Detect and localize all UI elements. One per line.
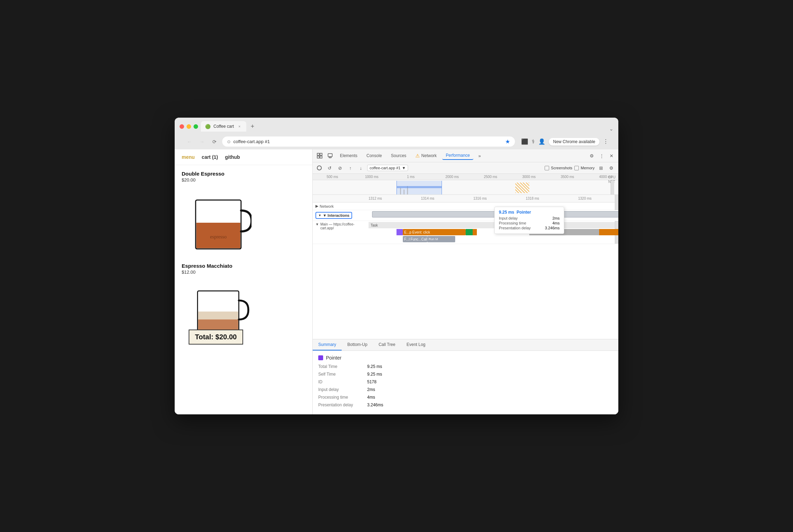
more-options-icon[interactable]: ⋮	[603, 138, 609, 145]
tab-menu-icon[interactable]: ⌄	[609, 126, 613, 132]
screenshots-checkbox-row: Screenshots	[545, 166, 572, 170]
summary-panel: Summary Bottom-Up Call Tree Event Log Po…	[313, 339, 618, 414]
svg-rect-7	[317, 153, 319, 155]
tab-sources[interactable]: Sources	[387, 152, 410, 160]
id-label: ID	[318, 379, 367, 384]
cup-svg-espresso: espresso	[182, 186, 252, 256]
lab-icon[interactable]: ⚕	[532, 138, 535, 145]
cup-container-macchiato: espresso Total: $20.00	[182, 278, 252, 348]
processing-val: 4ms	[552, 221, 560, 225]
active-tab[interactable]: 🟢 Coffee cart ×	[201, 121, 246, 132]
screenshots-label: Screenshots	[551, 166, 572, 170]
main-thread-label: ▼ Main — https://coffee-cart.app/	[313, 221, 369, 244]
profile-icon[interactable]: 👤	[538, 138, 545, 145]
tooltip-input-delay: Input delay 2ms	[499, 216, 560, 220]
interactions-expand-icon[interactable]: ▼	[318, 214, 321, 217]
interactions-label-box: ▼ ▼ Interactions	[315, 212, 352, 219]
element-picker-icon[interactable]	[315, 152, 324, 160]
new-tab-button[interactable]: +	[248, 121, 257, 132]
tab-console[interactable]: Console	[363, 152, 385, 160]
tab-summary[interactable]: Summary	[313, 339, 342, 350]
events-row: E...p Event: click	[369, 229, 615, 236]
tab-favicon: 🟢	[205, 124, 211, 129]
close-icon[interactable]: ×	[239, 125, 241, 128]
extension-icon[interactable]: ⬛	[521, 138, 528, 145]
download-button[interactable]: ↓	[357, 164, 365, 172]
yellow-right	[599, 229, 618, 235]
close-traffic-light[interactable]	[180, 124, 184, 129]
scrollbar[interactable]	[611, 181, 614, 195]
id-row: ID 5178	[318, 379, 613, 384]
minimize-traffic-light[interactable]	[187, 124, 191, 129]
summary-title-row: Pointer	[318, 355, 613, 361]
more-tabs-icon[interactable]: »	[475, 152, 484, 160]
tab-call-tree[interactable]: Call Tree	[373, 339, 401, 350]
presentation-label: Presentation delay	[499, 226, 531, 230]
tab-elements[interactable]: Elements	[336, 152, 361, 160]
clear-profile-button[interactable]: ⊘	[336, 164, 344, 172]
tooltip-subtitle: Pointer	[517, 210, 531, 215]
network-label: ▶ Network	[313, 204, 369, 208]
sum-input-delay-label: Input delay	[318, 387, 367, 392]
record-button[interactable]	[315, 164, 323, 172]
event-click-label: Event: click	[412, 230, 430, 234]
tab-event-log[interactable]: Event Log	[401, 339, 431, 350]
event-click-bar[interactable]: E...p Event: click	[403, 229, 466, 235]
coffee-item-espresso: Double Espresso $20.00 espresso	[182, 171, 305, 256]
input-delay-row: Input delay 2ms	[318, 387, 613, 392]
reload-profile-button[interactable]: ↺	[325, 164, 334, 172]
bookmark-icon[interactable]: ★	[505, 138, 510, 145]
target-selector[interactable]: coffee-cart.app #1 ▼	[367, 165, 408, 171]
total-time-row: Total Time 9.25 ms	[318, 364, 613, 369]
forward-button[interactable]: →	[197, 137, 207, 147]
nav-menu[interactable]: menu	[182, 154, 195, 160]
network-content	[369, 202, 615, 210]
total-time-val: 9.25 ms	[367, 364, 382, 369]
maximize-traffic-light[interactable]	[194, 124, 198, 129]
new-chrome-pill[interactable]: New Chrome available	[549, 138, 599, 146]
func-call-bar[interactable]: F...l Func...Call	[403, 236, 427, 242]
self-time-label: Self Time	[318, 372, 367, 377]
nav-github[interactable]: github	[225, 154, 240, 160]
nav-cart[interactable]: cart (1)	[202, 154, 218, 160]
run-main-bar[interactable]: Run M	[427, 236, 455, 242]
coffee-item-macchiato: Espresso Macchiato $12.00 espresso	[182, 263, 305, 348]
hardware-icon[interactable]: ⊞	[597, 164, 605, 172]
perf-settings-icon[interactable]: ⚙	[607, 164, 616, 172]
screenshots-checkbox[interactable]	[545, 166, 549, 170]
scrollbar-top[interactable]	[615, 195, 618, 202]
settings-icon[interactable]: ⚙	[588, 152, 596, 160]
scrollbar-network[interactable]	[615, 202, 618, 210]
interactions-label: ▼ ▼ Interactions	[313, 212, 369, 219]
memory-checkbox[interactable]	[574, 166, 579, 170]
reload-button[interactable]: ⟳	[210, 137, 219, 147]
cpu-spike-1	[400, 188, 401, 195]
device-mode-icon[interactable]	[326, 152, 334, 160]
title-bar-top: 🟢 Coffee cart × + ⌄	[180, 121, 613, 132]
tab-bottom-up[interactable]: Bottom-Up	[342, 339, 373, 350]
tooltip-processing: Processing time 4ms	[499, 221, 560, 225]
target-text: coffee-cart.app #1	[370, 166, 400, 170]
event-short-label: E...p	[404, 230, 412, 234]
back-button[interactable]: ←	[184, 137, 194, 147]
network-expand-icon[interactable]: ▶	[315, 204, 318, 208]
tab-performance[interactable]: Performance	[442, 152, 473, 160]
id-val: 5178	[367, 379, 377, 384]
tab-close-button[interactable]: ×	[237, 124, 242, 129]
zoom-ruler: 500 ms 1000 ms 1 ms 2000 ms 2500 ms 3000…	[313, 174, 618, 180]
security-icon: ⊙	[227, 139, 231, 144]
devtools-close-icon[interactable]: ✕	[607, 152, 616, 160]
upload-button[interactable]: ↑	[346, 164, 355, 172]
presentation-row: Presentation delay 3.246ms	[318, 402, 613, 407]
address-input[interactable]: ⊙ coffee-cart.app #1 ★	[222, 136, 515, 147]
svg-rect-8	[320, 153, 322, 155]
run-label: Run M	[429, 237, 438, 241]
coffee-name: Double Espresso	[182, 171, 305, 177]
devtools-more-icon[interactable]: ⋮	[597, 152, 606, 160]
zoom-ruler-detail: 1312 ms 1314 ms 1316 ms 1318 ms 1320 ms	[313, 195, 618, 202]
tab-title: Coffee cart	[213, 124, 234, 129]
tab-network[interactable]: ⚠ Network	[412, 152, 440, 160]
main-expand-icon[interactable]: ▼	[315, 222, 319, 226]
tooltip-ms: 9.25 ms	[499, 210, 514, 215]
total-text: Total: $20.00	[195, 333, 237, 341]
